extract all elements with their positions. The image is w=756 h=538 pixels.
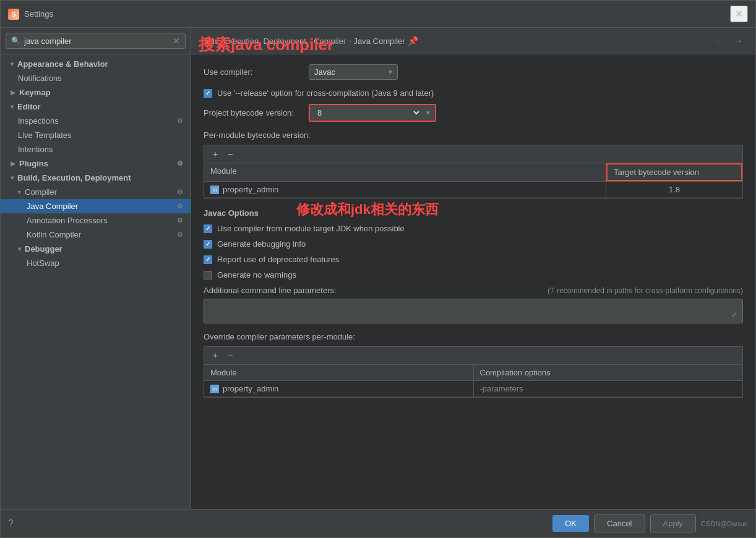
sidebar-item-java-compiler[interactable]: Java Compiler ⚙	[1, 199, 191, 213]
apply-button[interactable]: Apply	[650, 515, 697, 532]
javac-option-row-2: ✓ Report use of deprecated features	[204, 255, 743, 264]
panel-content: Use compiler: Javac Eclipse ajc ▼	[191, 54, 755, 509]
bytecode-version-row: Project bytecode version: 891011 ▼	[204, 104, 743, 122]
bytecode-arrow-icon: ▼	[421, 107, 435, 119]
sidebar-item-label: HotSwap	[27, 258, 59, 268]
search-input[interactable]	[24, 36, 169, 46]
sidebar-item-label: Java Compiler	[27, 202, 78, 211]
cmd-label-row: Additional command line parameters: ('/'…	[204, 286, 743, 295]
nav-arrows: ← →	[711, 34, 745, 48]
module-icon: m	[210, 186, 219, 194]
override-label: Override compiler parameters per-module:	[204, 332, 743, 341]
per-module-row-target: 1.8	[606, 182, 742, 197]
breadcrumb-active: Java Compiler	[354, 36, 405, 46]
override-row-options: -parameters	[474, 381, 743, 396]
app-icon: S	[8, 9, 19, 20]
settings-icon: ⚙	[177, 188, 183, 196]
module-icon: m	[210, 385, 219, 393]
expand-icon: ▾	[18, 189, 21, 195]
per-module-toolbar: + −	[204, 145, 742, 163]
override-row: m property_admin -parameters	[204, 381, 742, 397]
sidebar-item-keymap[interactable]: ▶ Keymap	[1, 85, 191, 100]
sidebar-item-notifications[interactable]: Notifications	[1, 71, 191, 85]
sidebar-item-hotswap[interactable]: HotSwap	[1, 256, 191, 270]
watermark: CSDN@Dwzun	[701, 520, 748, 527]
override-col-options: Compilation options	[474, 365, 743, 380]
table-row: m property_admin 1.8	[204, 182, 742, 198]
breadcrumb-part-2: Compiler	[314, 36, 346, 46]
breadcrumb: Build, Execution, Deployment › Compiler …	[201, 36, 418, 46]
checkbox-check-icon: ✓	[205, 90, 210, 96]
sidebar-item-inspections[interactable]: Inspections ⚙	[1, 114, 191, 128]
cmd-expand-icon[interactable]: ⤢	[731, 310, 737, 319]
release-option-checkbox[interactable]: ✓	[204, 89, 212, 98]
settings-icon: ⚙	[177, 117, 183, 125]
forward-arrow[interactable]: →	[731, 34, 745, 48]
per-module-table-header: Module Target bytecode version	[204, 163, 742, 182]
checkbox-check-icon: ✓	[205, 241, 210, 247]
breadcrumb-separator-1: ›	[309, 36, 311, 46]
per-module-add-button[interactable]: +	[209, 148, 221, 160]
search-clear-icon[interactable]: ✕	[173, 36, 180, 46]
help-icon[interactable]: ?	[8, 518, 14, 529]
cmd-line-label: Additional command line parameters:	[204, 286, 337, 295]
javac-option-checkbox-2[interactable]: ✓	[204, 255, 212, 264]
title-bar: S Settings ✕	[1, 1, 755, 28]
javac-options-header: Javac Options	[204, 208, 743, 218]
expand-icon: ▶	[11, 160, 15, 167]
bytecode-version-select[interactable]: 891011	[310, 105, 421, 121]
override-section: Override compiler parameters per-module:…	[204, 332, 743, 398]
sidebar-item-plugins[interactable]: ▶ Plugins ⚙	[1, 156, 191, 171]
per-module-label: Per-module bytecode version:	[204, 130, 743, 140]
sidebar-item-label: Annotation Processors	[27, 216, 108, 225]
javac-option-checkbox-3[interactable]	[204, 271, 212, 280]
sidebar-item-kotlin-compiler[interactable]: Kotlin Compiler ⚙	[1, 228, 191, 242]
javac-option-row-0: ✓ Use compiler from module target JDK wh…	[204, 224, 743, 233]
close-button[interactable]: ✕	[730, 6, 748, 22]
sidebar-item-label: Build, Execution, Deployment	[17, 173, 131, 182]
right-panel: Build, Execution, Deployment › Compiler …	[191, 28, 755, 509]
back-arrow[interactable]: ←	[711, 34, 726, 48]
javac-option-row-1: ✓ Generate debugging info	[204, 239, 743, 249]
override-toolbar: + −	[204, 347, 742, 365]
javac-option-label-3: Generate no warnings	[217, 270, 296, 280]
javac-option-checkbox-0[interactable]: ✓	[204, 224, 212, 233]
sidebar-item-appearance[interactable]: ▾ Appearance & Behavior	[1, 57, 191, 71]
per-module-table: + − Module Target bytecode version m pro…	[204, 145, 743, 199]
expand-icon: ▾	[11, 103, 14, 110]
per-module-col-target: Target bytecode version	[606, 163, 742, 181]
use-compiler-select[interactable]: Javac Eclipse ajc	[309, 65, 384, 79]
sidebar-item-build[interactable]: ▾ Build, Execution, Deployment	[1, 171, 191, 185]
use-compiler-row: Use compiler: Javac Eclipse ajc ▼	[204, 64, 743, 80]
per-module-remove-button[interactable]: −	[224, 148, 236, 160]
javac-option-checkbox-1[interactable]: ✓	[204, 240, 212, 249]
select-arrow-icon: ▼	[384, 66, 397, 78]
cancel-button[interactable]: Cancel	[594, 515, 645, 532]
sidebar-item-intentions[interactable]: Intentions	[1, 142, 191, 156]
cmd-line-input[interactable]: ⤢	[204, 299, 743, 323]
sidebar-item-debugger[interactable]: ▾ Debugger	[1, 242, 191, 256]
sidebar-item-compiler[interactable]: ▾ Compiler ⚙	[1, 185, 191, 199]
javac-option-label-0: Use compiler from module target JDK when…	[217, 224, 405, 233]
sidebar-item-label: Intentions	[18, 145, 53, 154]
sidebar-item-label: Appearance & Behavior	[17, 59, 108, 69]
sidebar-item-label: Notifications	[18, 74, 62, 83]
sidebar-item-editor[interactable]: ▾ Editor	[1, 100, 191, 114]
override-table-header: Module Compilation options	[204, 365, 742, 381]
sidebar-item-annotation-processors[interactable]: Annotation Processors ⚙	[1, 213, 191, 228]
pin-icon[interactable]: 📌	[408, 36, 418, 46]
bottom-right: OK Cancel Apply CSDN@Dwzun	[552, 515, 748, 532]
release-option-row: ✓ Use '--release' option for cross-compi…	[204, 88, 743, 98]
override-remove-button[interactable]: −	[224, 349, 236, 362]
sidebar-item-label: Keymap	[19, 88, 51, 97]
search-bar: 🔍 ✕	[1, 28, 191, 54]
override-add-button[interactable]: +	[209, 349, 221, 362]
cmd-line-row: Additional command line parameters: ('/'…	[204, 286, 743, 323]
sidebar-item-label: Kotlin Compiler	[27, 230, 81, 239]
javac-option-label-1: Generate debugging info	[217, 239, 306, 249]
sidebar-item-live-templates[interactable]: Live Templates	[1, 128, 191, 142]
tree: ▾ Appearance & Behavior Notifications ▶ …	[1, 54, 191, 509]
settings-icon: ⚙	[177, 216, 183, 224]
ok-button[interactable]: OK	[552, 515, 589, 532]
javac-option-row-3: Generate no warnings	[204, 270, 743, 280]
